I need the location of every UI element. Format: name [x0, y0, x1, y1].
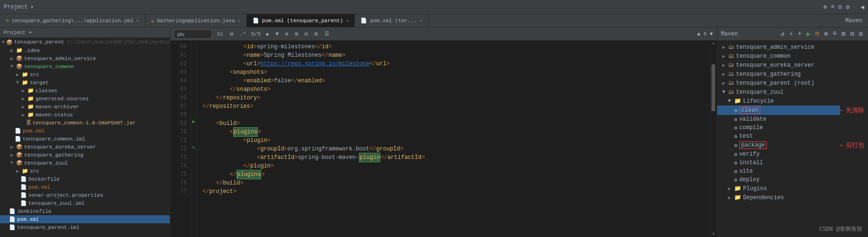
maven-label-package: package — [739, 141, 767, 149]
toolbar-icon-1[interactable]: ⊕ — [824, 3, 827, 11]
maven-add-btn[interactable]: + — [797, 29, 803, 38]
sidebar-item-classes[interactable]: ▶ 📁 classes — [0, 87, 170, 95]
module-icon-eureka: 📦 — [16, 144, 23, 150]
maven-item-dependencies[interactable]: ▶ 📁 Dependencies — [717, 193, 868, 202]
maven-expand-btn[interactable]: ⊞ — [840, 29, 847, 38]
maven-label-lifecycle: Lifecycle — [743, 98, 774, 105]
maven-item-zuul[interactable]: ▼ 🗂 tensquare_zuul — [717, 88, 868, 97]
maven-item-gathering[interactable]: ▶ 🗂 tensquare_gathering — [717, 70, 868, 79]
maven-item-verify[interactable]: ⚙ verify — [717, 150, 868, 158]
search-opt2-btn[interactable]: ⊟ — [303, 30, 309, 37]
scroll-thumb[interactable] — [711, 64, 715, 111]
maven-item-plugins-folder[interactable]: ▶ 📁 Plugins — [717, 184, 868, 193]
annotation-arrow-package: ← — [840, 141, 844, 149]
sidebar-item-pom-parent[interactable]: 📄 pom.xml — [0, 215, 170, 223]
maven-label-gathering: tensquare_gathering — [736, 71, 801, 78]
close-tab-yml[interactable]: ✕ — [136, 18, 139, 24]
label-src-zuul: src — [30, 168, 39, 174]
search-filter-btn[interactable]: ☰ — [323, 30, 331, 37]
maven-collapse-btn[interactable]: ⊟ — [849, 29, 855, 38]
code-editor[interactable]: <id>spring-milestones</id> <name>Spring … — [197, 41, 710, 237]
search-opt3-btn[interactable]: ⊞ — [313, 30, 319, 37]
maven-item-install[interactable]: ⚙ install — [717, 158, 868, 167]
sidebar-item-zuul[interactable]: ▼ 📦 tensquare_zuul — [0, 159, 170, 167]
sidebar-item-jar[interactable]: 🗄 tensquare_common-1.0-SNAPSHOT.jar — [0, 119, 170, 127]
tab-application-yml[interactable]: ⚙ tensquare_gathering\...\application.ym… — [0, 14, 145, 27]
gear-icon-site: ⚙ — [734, 168, 737, 175]
editor-scrollbar[interactable]: ▲ ▼ — [710, 41, 717, 237]
maven-item-parent-root[interactable]: ▶ 🗂 tensquare_parent (root) — [717, 79, 868, 88]
search-case-btn[interactable]: Cc — [216, 31, 225, 37]
maven-tab-label[interactable]: Maven — [840, 18, 868, 24]
search-regex-btn[interactable]: .* — [238, 31, 247, 37]
maven-item-validate[interactable]: ⚙ validate — [717, 115, 868, 123]
code-line-61: <name>Spring Milestones</name> — [202, 51, 704, 60]
toolbar-icon-2[interactable]: ≡ — [831, 3, 835, 10]
scroll-down-btn[interactable]: ▼ — [712, 232, 715, 237]
sidebar-item-maven-archiver[interactable]: ▶ 📁 maven-archiver — [0, 103, 170, 111]
sidebar-item-eureka[interactable]: ▶ 📦 tensquare_eureka_server — [0, 143, 170, 151]
search-next-btn[interactable]: ▼ — [274, 31, 280, 37]
maven-m-btn[interactable]: m — [814, 29, 820, 38]
sidebar-item-parent-iml[interactable]: 📄 tensquare_parent.iml — [0, 223, 170, 231]
search-prev-btn[interactable]: ▲ — [264, 31, 271, 37]
search-word-btn[interactable]: W — [228, 31, 235, 37]
sidebar-item-src-zuul[interactable]: ▶ 📁 src — [0, 167, 170, 175]
sidebar-item-common-iml[interactable]: 📄 tensquare_common.iml — [0, 135, 170, 143]
sidebar-item-admin-service[interactable]: ▶ 📦 tensquare_admin_service — [0, 54, 170, 62]
maven-label-deploy: deploy — [739, 176, 760, 183]
sidebar-item-jenkinsfile[interactable]: 📄 Jenkinsfile — [0, 207, 170, 215]
sidebar-item-target[interactable]: ▼ 📁 target — [0, 79, 170, 87]
tab-icon-pom-parent: 📄 — [253, 18, 259, 24]
close-tab-pom-parent[interactable]: ✕ — [346, 18, 349, 24]
maven-list-btn[interactable]: ≡ — [831, 29, 838, 38]
maven-item-site[interactable]: ⚙ site — [717, 167, 868, 176]
maven-item-test[interactable]: ⚙ test — [717, 132, 868, 140]
sidebar-item-gathering[interactable]: ▶ 📦 tensquare_gathering — [0, 151, 170, 159]
maven-item-package[interactable]: ⚙ package — [717, 140, 840, 150]
xml-icon-zuul: 📄 — [20, 184, 27, 190]
project-dropdown-icon[interactable]: ▾ — [30, 4, 34, 10]
tab-pom-parent[interactable]: 📄 pom.xml (tensquare_parent) ✕ — [247, 14, 355, 27]
search-input[interactable] — [174, 29, 212, 39]
maven-jump-btn[interactable]: ⊕ — [823, 29, 829, 38]
search-opt1-btn[interactable]: ⊞ — [294, 30, 300, 37]
sidebar-item-zuul-iml[interactable]: 📄 tensquare_zuul.iml — [0, 199, 170, 207]
sidebar-item-pom-common[interactable]: 📄 pom.xml — [0, 127, 170, 135]
sidebar-item-common[interactable]: ▼ 📦 tensquare_common — [0, 62, 170, 70]
maven-item-eureka[interactable]: ▶ 🗂 tensquare_eureka_server — [717, 61, 868, 70]
fold-marker-build[interactable]: ▶ — [191, 117, 196, 126]
maven-item-lifecycle[interactable]: ▼ 📁 Lifecycle — [717, 97, 868, 105]
maven-run-btn[interactable]: ⚡ — [788, 29, 794, 38]
plugins-folder-icon: 📁 — [734, 185, 741, 192]
code-line-77: </project> — [202, 187, 704, 196]
maven-settings-btn[interactable]: ⚙ — [858, 29, 864, 38]
chevron-admin: ▶ — [9, 56, 15, 61]
close-tab-pom-ter[interactable]: ✕ — [420, 18, 423, 24]
maven-item-clean[interactable]: ⚙ clean — [717, 105, 840, 115]
maven-item-common[interactable]: ▶ 🗂 tensquare_common — [717, 52, 868, 61]
maven-item-admin-service[interactable]: ▶ 🗂 tensquare_admin_service — [717, 43, 868, 52]
label-maven-status: maven-status — [35, 112, 73, 118]
tab-gathering-application[interactable]: ☕ GatheringApplication.java ✕ — [145, 14, 247, 27]
sidebar-item-pom-zuul[interactable]: 📄 pom.xml — [0, 183, 170, 191]
toolbar-icon-3[interactable]: ⊟ — [838, 3, 842, 11]
maven-refresh-btn[interactable]: ↺ — [779, 29, 786, 38]
sidebar-item-src[interactable]: ▶ 📁 src — [0, 70, 170, 79]
tab-pom-ter[interactable]: 📄 pom.xml (ter... ✕ — [355, 14, 429, 27]
sidebar-item-dockerfile[interactable]: 📄 Dockerfile — [0, 175, 170, 183]
sidebar-item-idea[interactable]: ▶ 📁 .idea — [0, 46, 170, 54]
sidebar-item-maven-status[interactable]: ▶ 📁 maven-status — [0, 111, 170, 119]
sidebar-item-tensquare-parent[interactable]: ▼ 📦 tensquare_parent C:\learn\Jenkins资料\… — [0, 38, 170, 46]
maven-item-compile[interactable]: ⚙ compile — [717, 123, 868, 132]
sidebar-item-generated[interactable]: ▶ 📁 generated-sources — [0, 95, 170, 103]
search-move-btn[interactable]: ⊕ — [284, 30, 290, 37]
toolbar-icon-4[interactable]: ⚙ — [846, 3, 850, 11]
label-archiver: maven-archiver — [35, 104, 79, 110]
close-tab-java[interactable]: ✕ — [238, 18, 241, 24]
maven-play-btn[interactable]: ▶ — [805, 29, 812, 38]
scroll-up-btn[interactable]: ▲ — [712, 41, 715, 46]
sidebar-item-sonar[interactable]: 📄 sonar-project.properties — [0, 191, 170, 199]
maven-item-deploy[interactable]: ⚙ deploy — [717, 176, 868, 184]
toolbar-icon-5[interactable]: ◀ — [860, 3, 864, 11]
